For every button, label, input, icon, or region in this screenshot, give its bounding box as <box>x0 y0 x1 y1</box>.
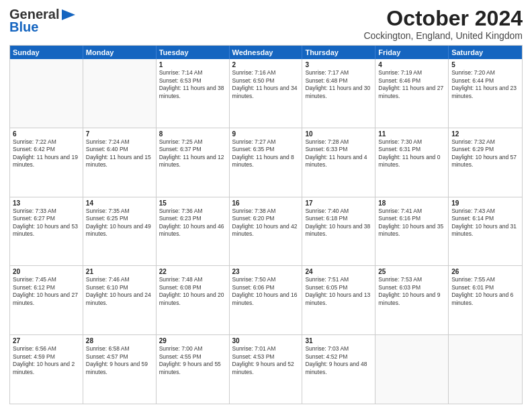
cell-daylight-info: Sunrise: 6:56 AM Sunset: 4:59 PM Dayligh… <box>13 345 80 376</box>
cell-daylight-info: Sunrise: 7:03 AM Sunset: 4:52 PM Dayligh… <box>305 345 372 376</box>
calendar-cell: 10Sunrise: 7:28 AM Sunset: 6:33 PM Dayli… <box>302 128 375 197</box>
day-number: 29 <box>159 337 226 345</box>
calendar-cell: 16Sunrise: 7:38 AM Sunset: 6:20 PM Dayli… <box>230 197 303 266</box>
page: General Blue October 2024 Cockington, En… <box>0 0 532 411</box>
cell-daylight-info: Sunrise: 7:16 AM Sunset: 6:50 PM Dayligh… <box>232 69 300 100</box>
logo-blue-text: Blue <box>9 19 38 35</box>
cell-daylight-info: Sunrise: 7:45 AM Sunset: 6:12 PM Dayligh… <box>13 276 80 307</box>
cell-daylight-info: Sunrise: 7:20 AM Sunset: 6:44 PM Dayligh… <box>451 69 519 100</box>
calendar-header-cell: Thursday <box>302 46 375 59</box>
calendar-cell: 29Sunrise: 7:00 AM Sunset: 4:55 PM Dayli… <box>157 335 230 404</box>
day-number: 12 <box>451 130 519 138</box>
calendar-cell: 26Sunrise: 7:55 AM Sunset: 6:01 PM Dayli… <box>449 266 522 334</box>
header-right: October 2024 Cockington, England, United… <box>363 7 523 41</box>
cell-daylight-info: Sunrise: 7:28 AM Sunset: 6:33 PM Dayligh… <box>305 138 372 169</box>
calendar-cell: 19Sunrise: 7:43 AM Sunset: 6:14 PM Dayli… <box>449 197 522 266</box>
day-number: 24 <box>305 268 372 275</box>
day-number: 1 <box>159 61 226 68</box>
day-number: 13 <box>13 199 80 207</box>
calendar-cell: 21Sunrise: 7:46 AM Sunset: 6:10 PM Dayli… <box>83 266 157 334</box>
day-number: 7 <box>86 130 153 138</box>
day-number: 31 <box>305 337 372 345</box>
calendar-week-row: 27Sunrise: 6:56 AM Sunset: 4:59 PM Dayli… <box>10 334 522 404</box>
day-number: 15 <box>159 199 226 207</box>
calendar-cell: 25Sunrise: 7:53 AM Sunset: 6:03 PM Dayli… <box>375 266 449 334</box>
day-number: 27 <box>13 337 80 345</box>
month-title: October 2024 <box>363 7 523 30</box>
day-number: 9 <box>232 130 300 138</box>
calendar-cell: 30Sunrise: 7:01 AM Sunset: 4:53 PM Dayli… <box>230 335 303 404</box>
cell-daylight-info: Sunrise: 7:41 AM Sunset: 6:16 PM Dayligh… <box>378 208 445 238</box>
calendar-week-row: 13Sunrise: 7:33 AM Sunset: 6:27 PM Dayli… <box>10 197 522 266</box>
day-number: 23 <box>232 268 300 275</box>
cell-daylight-info: Sunrise: 7:19 AM Sunset: 6:46 PM Dayligh… <box>378 69 445 100</box>
calendar-cell: 31Sunrise: 7:03 AM Sunset: 4:52 PM Dayli… <box>302 335 375 404</box>
calendar-cell <box>10 59 83 128</box>
calendar-header-cell: Saturday <box>449 46 522 59</box>
svg-marker-0 <box>62 9 75 20</box>
calendar-cell: 15Sunrise: 7:36 AM Sunset: 6:23 PM Dayli… <box>157 197 230 266</box>
calendar-cell: 27Sunrise: 6:56 AM Sunset: 4:59 PM Dayli… <box>10 335 83 404</box>
day-number: 21 <box>86 268 153 275</box>
day-number: 10 <box>305 130 372 138</box>
calendar-cell: 23Sunrise: 7:50 AM Sunset: 6:06 PM Dayli… <box>230 266 303 334</box>
location: Cockington, England, United Kingdom <box>363 30 523 41</box>
calendar-header-cell: Wednesday <box>230 46 303 59</box>
day-number: 11 <box>378 130 445 138</box>
calendar-cell: 22Sunrise: 7:48 AM Sunset: 6:08 PM Dayli… <box>157 266 230 334</box>
cell-daylight-info: Sunrise: 7:53 AM Sunset: 6:03 PM Dayligh… <box>378 276 445 307</box>
day-number: 14 <box>86 199 153 207</box>
calendar-cell: 12Sunrise: 7:32 AM Sunset: 6:29 PM Dayli… <box>449 128 522 197</box>
calendar: SundayMondayTuesdayWednesdayThursdayFrid… <box>9 45 523 404</box>
cell-daylight-info: Sunrise: 7:55 AM Sunset: 6:01 PM Dayligh… <box>451 276 519 307</box>
cell-daylight-info: Sunrise: 7:30 AM Sunset: 6:31 PM Dayligh… <box>378 138 445 169</box>
cell-daylight-info: Sunrise: 7:43 AM Sunset: 6:14 PM Dayligh… <box>451 208 519 238</box>
day-number: 6 <box>13 130 80 138</box>
cell-daylight-info: Sunrise: 7:50 AM Sunset: 6:06 PM Dayligh… <box>232 276 300 307</box>
calendar-cell: 28Sunrise: 6:58 AM Sunset: 4:57 PM Dayli… <box>83 335 157 404</box>
calendar-week-row: 6Sunrise: 7:22 AM Sunset: 6:42 PM Daylig… <box>10 128 522 197</box>
day-number: 8 <box>159 130 226 138</box>
day-number: 30 <box>232 337 300 345</box>
calendar-cell: 20Sunrise: 7:45 AM Sunset: 6:12 PM Dayli… <box>10 266 83 334</box>
cell-daylight-info: Sunrise: 7:46 AM Sunset: 6:10 PM Dayligh… <box>86 276 153 307</box>
calendar-week-row: 20Sunrise: 7:45 AM Sunset: 6:12 PM Dayli… <box>10 265 522 334</box>
cell-daylight-info: Sunrise: 7:38 AM Sunset: 6:20 PM Dayligh… <box>232 208 300 238</box>
logo: General Blue <box>9 7 77 35</box>
calendar-cell: 2Sunrise: 7:16 AM Sunset: 6:50 PM Daylig… <box>230 59 303 128</box>
cell-daylight-info: Sunrise: 7:24 AM Sunset: 6:40 PM Dayligh… <box>86 138 153 169</box>
cell-daylight-info: Sunrise: 7:00 AM Sunset: 4:55 PM Dayligh… <box>159 345 226 376</box>
cell-daylight-info: Sunrise: 7:33 AM Sunset: 6:27 PM Dayligh… <box>13 208 80 238</box>
day-number: 26 <box>451 268 519 275</box>
calendar-cell: 9Sunrise: 7:27 AM Sunset: 6:35 PM Daylig… <box>230 128 303 197</box>
cell-daylight-info: Sunrise: 7:17 AM Sunset: 6:48 PM Dayligh… <box>305 69 372 100</box>
day-number: 16 <box>232 199 300 207</box>
calendar-body: 1Sunrise: 7:14 AM Sunset: 6:53 PM Daylig… <box>10 59 522 404</box>
cell-daylight-info: Sunrise: 6:58 AM Sunset: 4:57 PM Dayligh… <box>86 345 153 376</box>
cell-daylight-info: Sunrise: 7:48 AM Sunset: 6:08 PM Dayligh… <box>159 276 226 307</box>
calendar-cell: 14Sunrise: 7:35 AM Sunset: 6:25 PM Dayli… <box>83 197 157 266</box>
day-number: 3 <box>305 61 372 68</box>
day-number: 19 <box>451 199 519 207</box>
calendar-cell: 8Sunrise: 7:25 AM Sunset: 6:37 PM Daylig… <box>157 128 230 197</box>
cell-daylight-info: Sunrise: 7:01 AM Sunset: 4:53 PM Dayligh… <box>232 345 300 376</box>
calendar-cell: 5Sunrise: 7:20 AM Sunset: 6:44 PM Daylig… <box>449 59 522 128</box>
day-number: 5 <box>451 61 519 68</box>
calendar-week-row: 1Sunrise: 7:14 AM Sunset: 6:53 PM Daylig… <box>10 59 522 128</box>
calendar-cell: 3Sunrise: 7:17 AM Sunset: 6:48 PM Daylig… <box>302 59 375 128</box>
calendar-cell <box>375 335 449 404</box>
day-number: 25 <box>378 268 445 275</box>
calendar-header-cell: Sunday <box>10 46 83 59</box>
calendar-cell: 11Sunrise: 7:30 AM Sunset: 6:31 PM Dayli… <box>375 128 449 197</box>
day-number: 28 <box>86 337 153 345</box>
calendar-cell <box>83 59 157 128</box>
header: General Blue October 2024 Cockington, En… <box>9 7 523 41</box>
calendar-cell: 24Sunrise: 7:51 AM Sunset: 6:05 PM Dayli… <box>302 266 375 334</box>
day-number: 18 <box>378 199 445 207</box>
day-number: 17 <box>305 199 372 207</box>
day-number: 2 <box>232 61 300 68</box>
day-number: 20 <box>13 268 80 275</box>
calendar-cell <box>449 335 522 404</box>
cell-daylight-info: Sunrise: 7:32 AM Sunset: 6:29 PM Dayligh… <box>451 138 519 169</box>
logo-flag-icon <box>60 9 75 20</box>
